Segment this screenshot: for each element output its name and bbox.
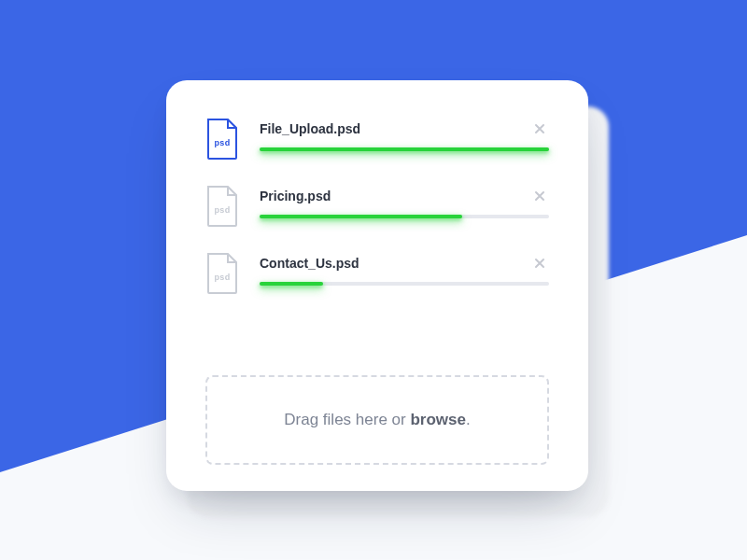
file-type-label: psd bbox=[205, 138, 239, 147]
file-type-icon: psd bbox=[205, 118, 239, 161]
file-top: Pricing.psd bbox=[260, 187, 549, 205]
upload-progress bbox=[260, 215, 549, 218]
file-top: File_Upload.psd bbox=[260, 119, 549, 138]
file-body: Contact_Us.psd bbox=[260, 252, 549, 286]
file-row: psd File_Upload.psd bbox=[205, 118, 549, 161]
file-type-icon: psd bbox=[205, 185, 239, 228]
file-row: psd Contact_Us.psd bbox=[205, 252, 549, 295]
file-body: File_Upload.psd bbox=[260, 118, 549, 151]
upload-progress-bar bbox=[260, 282, 323, 286]
dropzone[interactable]: Drag files here or browse. bbox=[205, 375, 549, 465]
file-name: Contact_Us.psd bbox=[260, 256, 359, 271]
file-name: Pricing.psd bbox=[260, 189, 331, 203]
file-name: File_Upload.psd bbox=[260, 121, 360, 136]
close-icon bbox=[534, 123, 545, 134]
upload-progress bbox=[260, 282, 549, 286]
browse-link[interactable]: browse bbox=[410, 411, 466, 428]
remove-file-button[interactable] bbox=[530, 119, 549, 138]
remove-file-button[interactable] bbox=[530, 254, 549, 273]
file-type-icon: psd bbox=[205, 252, 239, 295]
file-type-label: psd bbox=[205, 273, 239, 282]
file-top: Contact_Us.psd bbox=[260, 254, 549, 273]
close-icon bbox=[534, 190, 545, 202]
stage: psd File_Upload.psd bbox=[0, 0, 747, 560]
upload-card: psd File_Upload.psd bbox=[166, 80, 588, 491]
dropzone-text: Drag files here or bbox=[284, 411, 410, 428]
dropzone-suffix: . bbox=[466, 411, 471, 428]
upload-progress-bar bbox=[260, 215, 462, 218]
close-icon bbox=[534, 258, 545, 269]
upload-progress bbox=[260, 147, 549, 151]
file-type-label: psd bbox=[205, 205, 239, 215]
file-row: psd Pricing.psd bbox=[205, 185, 549, 228]
remove-file-button[interactable] bbox=[530, 187, 549, 205]
file-body: Pricing.psd bbox=[260, 185, 549, 218]
upload-progress-bar bbox=[260, 147, 549, 151]
